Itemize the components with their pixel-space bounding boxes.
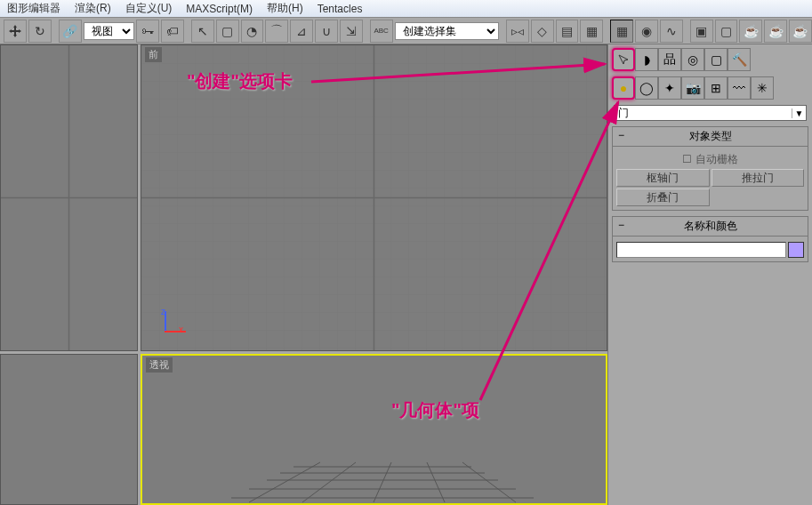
menu-graphics-editor[interactable]: 图形编辑器 — [0, 1, 68, 16]
angle-icon[interactable]: ⊿ — [290, 20, 313, 43]
key-icon[interactable]: 🗝 — [136, 20, 159, 43]
viewport-top-left[interactable] — [0, 44, 138, 351]
svg-line-13 — [427, 462, 445, 502]
selection-set-combo[interactable]: 创建选择集 — [395, 22, 499, 40]
material-icon[interactable]: ◉ — [635, 20, 658, 43]
command-panel-tabs: ◗ 品 ◎ ▢ 🔨 — [608, 44, 812, 71]
svg-line-12 — [374, 462, 391, 502]
cameras-subtab[interactable]: 📷 — [681, 76, 704, 100]
rollout-header-type[interactable]: 对象类型 — [612, 126, 808, 147]
viewport-front[interactable]: 前 zx — [141, 44, 607, 351]
rollout-header-name[interactable]: 名称和颜色 — [612, 216, 808, 236]
grid-icon — [141, 45, 607, 350]
scale-icon[interactable]: ⇲ — [340, 20, 363, 43]
viewport-perspective[interactable]: 透视 — [141, 354, 607, 505]
helpers-subtab[interactable]: ⊞ — [704, 76, 728, 100]
display-tab[interactable]: ▢ — [704, 48, 728, 71]
teapot2-icon[interactable]: ☕ — [764, 20, 787, 43]
spacewarps-subtab[interactable]: 〰 — [728, 76, 751, 100]
table-icon[interactable]: ▦ — [610, 20, 633, 43]
motion-tab[interactable]: ◎ — [681, 48, 704, 71]
main-toolbar: ↻ 🔗 视图 🗝 🏷 ↖ ▢ ◔ ⌒ ⊿ ∪ ⇲ ABC 创建选择集 ▹◃ ◇ … — [0, 18, 812, 44]
menu-maxscript[interactable]: MAXScript(M) — [179, 3, 260, 15]
shapes-subtab[interactable]: ◯ — [635, 76, 658, 100]
view-combo[interactable]: 视图 — [84, 22, 135, 40]
render-frame-icon[interactable]: ▢ — [715, 20, 738, 43]
layer-icon[interactable]: ▤ — [556, 20, 579, 43]
svg-line-14 — [462, 462, 516, 502]
folding-door-button[interactable]: 折叠门 — [616, 188, 710, 206]
command-panel: ◗ 品 ◎ ▢ 🔨 ● ◯ ✦ 📷 ⊞ 〰 ✳ 门 ▼ 对象类型 ☐ 自动栅格 … — [607, 44, 812, 505]
align-icon[interactable]: ◇ — [531, 20, 554, 43]
create-tab[interactable] — [612, 48, 635, 71]
auto-grid-checkbox[interactable]: ☐ 自动栅格 — [616, 150, 804, 169]
arc-icon[interactable]: ⌒ — [265, 20, 288, 43]
link-icon[interactable]: 🔗 — [59, 20, 82, 43]
modify-tab[interactable]: ◗ — [635, 48, 658, 71]
geometry-subtab[interactable]: ● — [612, 76, 635, 100]
cursor-icon[interactable]: ↖ — [191, 20, 214, 43]
menu-render[interactable]: 渲染(R) — [68, 1, 118, 16]
magnet-icon[interactable]: ∪ — [315, 20, 338, 43]
category-dropdown-value: 门 — [618, 106, 629, 121]
curve-icon[interactable]: ∿ — [660, 20, 683, 43]
chevron-down-icon: ▼ — [792, 108, 806, 118]
name-color-rollout: 名称和颜色 — [612, 216, 808, 262]
lights-subtab[interactable]: ✦ — [658, 76, 681, 100]
object-name-input[interactable] — [616, 242, 786, 258]
dist-icon[interactable]: ▦ — [580, 20, 603, 43]
svg-line-10 — [249, 462, 320, 502]
object-color-swatch[interactable] — [788, 242, 804, 258]
menu-customize[interactable]: 自定义(U) — [118, 1, 180, 16]
tag-icon[interactable]: 🏷 — [161, 20, 184, 43]
teapot1-icon[interactable]: ☕ — [739, 20, 762, 43]
viewport-area: 前 zx 透视 — [0, 44, 607, 505]
create-subtabs: ● ◯ ✦ 📷 ⊞ 〰 ✳ — [608, 71, 812, 100]
utilities-tab[interactable]: 🔨 — [728, 48, 751, 71]
category-dropdown[interactable]: 门 ▼ — [614, 105, 807, 121]
sliding-door-button[interactable]: 推拉门 — [712, 169, 805, 187]
hierarchy-tab[interactable]: 品 — [658, 48, 681, 71]
menu-bar: 图形编辑器 渲染(R) 自定义(U) MAXScript(M) 帮助(H) Te… — [0, 0, 812, 18]
teapot3-icon[interactable]: ☕ — [789, 20, 812, 43]
menu-tentacles[interactable]: Tentacles — [310, 3, 370, 15]
object-type-rollout: 对象类型 ☐ 自动栅格 枢轴门 推拉门 折叠门 — [612, 126, 808, 211]
pie-icon[interactable]: ◔ — [241, 20, 264, 43]
move-icon[interactable] — [4, 20, 27, 43]
menu-help[interactable]: 帮助(H) — [260, 1, 310, 16]
grid-icon — [1, 45, 137, 350]
systems-subtab[interactable]: ✳ — [751, 76, 774, 100]
rotate-icon[interactable]: ↻ — [28, 20, 52, 43]
render-setup-icon[interactable]: ▣ — [690, 20, 713, 43]
perspective-grid — [142, 356, 606, 503]
box-icon[interactable]: ▢ — [216, 20, 239, 43]
mirror-icon[interactable]: ▹◃ — [506, 20, 529, 43]
viewport-bottom-left[interactable] — [0, 354, 138, 505]
abc-icon[interactable]: ABC — [370, 20, 393, 43]
pivot-door-button[interactable]: 枢轴门 — [616, 169, 710, 187]
